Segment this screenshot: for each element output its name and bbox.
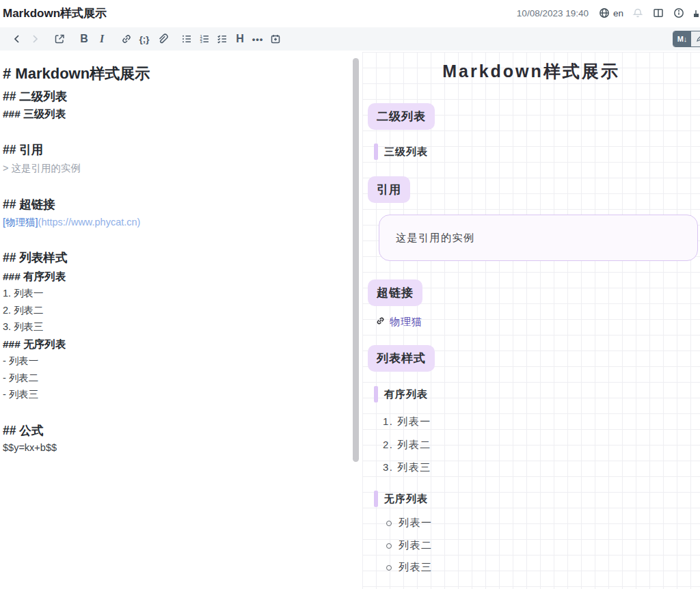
source-h2: ## 列表样式: [3, 249, 67, 266]
markdown-mode-button[interactable]: M↓: [673, 31, 691, 46]
insert-block-button[interactable]: [267, 29, 284, 49]
heading-bar: [374, 143, 378, 160]
unordered-list-item: 列表三: [386, 561, 433, 574]
list-item-text: 列表二: [399, 539, 433, 552]
preview-title: Markdown样式展示: [362, 60, 700, 83]
info-icon: [673, 7, 685, 19]
redo-button[interactable]: [26, 29, 44, 49]
circle-bullet-icon: [386, 521, 392, 526]
insert-link-button[interactable]: [118, 29, 135, 49]
preview-h2-badge: 超链接: [368, 279, 422, 306]
source-link-url: (https://www.phycat.cn): [38, 217, 141, 228]
numbered-list-icon: 1 2 3: [198, 33, 211, 45]
editor-main: # Markdown样式展示 ## 二级列表 ### 三级列表 ## 引用 > …: [0, 52, 700, 589]
preview-h2-badge: 引用: [368, 176, 410, 203]
globe-icon: [598, 7, 610, 19]
split-view-button[interactable]: [652, 7, 664, 19]
info-button[interactable]: [673, 7, 685, 19]
preview-blockquote: 这是引用的实例: [379, 215, 698, 261]
source-link-label: [物理猫]: [3, 217, 38, 228]
link-icon: [120, 33, 133, 45]
editor-mode-switch: M↓: [673, 31, 700, 47]
source-list-item: 2. 列表二: [3, 304, 44, 317]
bold-button[interactable]: B: [75, 29, 93, 49]
blockquote-text: 这是引用的实例: [396, 232, 475, 245]
ellipsis-icon: •••: [252, 34, 264, 44]
italic-button[interactable]: I: [93, 29, 111, 49]
attach-file-button[interactable]: [153, 29, 171, 49]
more-options-button[interactable]: •••: [249, 29, 267, 49]
code-block-button[interactable]: {;}: [135, 29, 153, 49]
bell-icon: [632, 7, 644, 19]
svg-text:3: 3: [200, 40, 203, 44]
source-quote: > 这是引用的实例: [3, 162, 81, 175]
list-item-text: 列表三: [399, 561, 433, 574]
source-list-item: 1. 列表一: [3, 287, 44, 300]
preview-h2-badge: 二级列表: [368, 103, 435, 130]
notifications-button[interactable]: [632, 7, 644, 19]
source-h2: ## 超链接: [3, 196, 55, 213]
bullet-list-button[interactable]: [178, 29, 196, 49]
source-h3: ### 三级列表: [3, 107, 66, 122]
heading-button[interactable]: H: [231, 29, 249, 49]
source-list-item: - 列表二: [3, 372, 38, 385]
chevron-left-icon: [11, 33, 23, 45]
heading-bar: [374, 386, 378, 402]
source-h3: ### 无序列表: [3, 338, 66, 352]
heading-icon: H: [236, 33, 244, 45]
checklist-icon: [216, 33, 228, 45]
source-h2: ## 公式: [3, 422, 43, 439]
language-button[interactable]: en: [598, 7, 623, 19]
undo-button[interactable]: [8, 29, 26, 49]
preview-h2-badge: 列表样式: [368, 345, 435, 372]
numbered-list-button[interactable]: 1 2 3: [196, 29, 213, 49]
markdown-preview-pane: Markdown样式展示 二级列表 三级列表 引用 这是引用的实例 超链接: [362, 52, 700, 589]
editor-toolbar: B I {;}: [0, 27, 700, 51]
preview-hyperlink[interactable]: 物理猫: [375, 316, 422, 329]
source-h1: # Markdown样式展示: [3, 64, 150, 84]
source-h2: ## 引用: [3, 141, 43, 158]
header-actions: 10/08/2023 19:40 en: [517, 7, 700, 19]
italic-icon: I: [100, 33, 104, 45]
checklist-button[interactable]: [213, 29, 231, 49]
calendar-plus-icon: [269, 33, 282, 45]
bold-icon: B: [80, 33, 88, 45]
ordered-list-item: 2. 列表二: [383, 439, 431, 452]
circle-bullet-icon: [386, 543, 392, 549]
source-list-item: - 列表一: [3, 355, 38, 368]
heading-text: 三级列表: [384, 146, 428, 159]
language-label: en: [613, 8, 623, 18]
source-list-item: - 列表三: [3, 388, 38, 401]
source-h2: ## 二级列表: [3, 88, 67, 105]
hyperlink-text: 物理猫: [390, 316, 422, 329]
preview-h3-heading: 有序列表: [374, 386, 428, 402]
scrollbar-thumb[interactable]: [353, 58, 359, 462]
external-link-icon: [53, 33, 66, 45]
preview-h3-heading: 无序列表: [374, 491, 428, 507]
paperclip-icon: [156, 33, 168, 45]
unordered-list-item: 列表一: [386, 517, 433, 530]
list-item-text: 列表一: [399, 517, 433, 530]
circle-bullet-icon: [386, 565, 392, 571]
source-link-line: [物理猫](https://www.phycat.cn): [3, 216, 140, 229]
ordered-list-item: 3. 列表三: [383, 461, 431, 474]
open-external-button[interactable]: [51, 29, 68, 49]
preview-h3-heading: 三级列表: [374, 143, 428, 160]
columns-icon: [652, 7, 664, 19]
app-header: Markdown样式展示 10/08/2023 19:40 en: [0, 0, 700, 26]
source-formula: $$y=kx+b$$: [3, 442, 57, 453]
code-braces-icon: {;}: [139, 34, 149, 44]
chain-link-icon: [375, 316, 386, 329]
heading-text: 无序列表: [384, 493, 428, 506]
source-list-item: 3. 列表三: [3, 320, 44, 333]
heading-text: 有序列表: [384, 388, 428, 401]
account-button[interactable]: [693, 7, 700, 19]
markdown-source-pane[interactable]: # Markdown样式展示 ## 二级列表 ### 三级列表 ## 引用 > …: [0, 52, 349, 589]
ordered-list-item: 1. 列表一: [383, 415, 431, 428]
chevron-right-icon: [29, 33, 41, 45]
page-title: Markdown样式展示: [3, 5, 107, 21]
datetime-label: 10/08/2023 19:40: [517, 8, 589, 18]
preview-mode-button[interactable]: [691, 31, 700, 46]
pencil-icon: [696, 33, 700, 45]
bullet-list-icon: [180, 33, 193, 45]
